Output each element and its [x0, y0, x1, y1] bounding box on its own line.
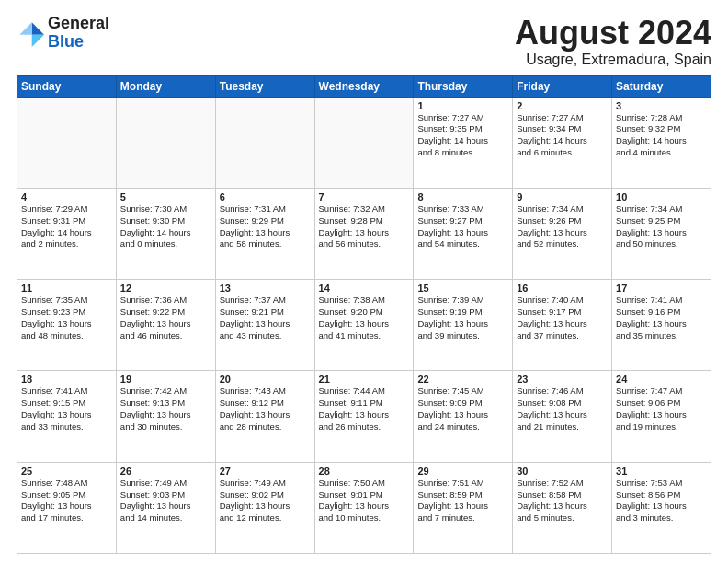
- logo-icon: [17, 19, 44, 47]
- day-info: Sunrise: 7:52 AMSunset: 8:58 PMDaylight:…: [517, 477, 608, 524]
- day-number: 4: [21, 191, 112, 202]
- title-block: August 2024 Usagre, Extremadura, Spain: [515, 15, 711, 68]
- day-number: 20: [220, 373, 311, 385]
- calendar-cell: 24Sunrise: 7:47 AMSunset: 9:06 PMDayligh…: [612, 371, 711, 462]
- calendar-cell: [116, 97, 215, 188]
- day-number: 29: [417, 465, 508, 477]
- day-info: Sunrise: 7:42 AMSunset: 9:13 PMDaylight:…: [120, 385, 211, 432]
- day-info: Sunrise: 7:27 AMSunset: 9:35 PMDaylight:…: [417, 112, 508, 159]
- day-number: 3: [616, 100, 707, 111]
- page: General Blue August 2024 Usagre, Extrema…: [0, 0, 728, 563]
- calendar-cell: 26Sunrise: 7:49 AMSunset: 9:03 PMDayligh…: [116, 462, 215, 553]
- day-info: Sunrise: 7:31 AMSunset: 9:29 PMDaylight:…: [220, 203, 311, 250]
- day-number: 9: [517, 191, 608, 202]
- day-number: 25: [21, 465, 112, 477]
- calendar-cell: 19Sunrise: 7:42 AMSunset: 9:13 PMDayligh…: [116, 371, 215, 462]
- day-number: 11: [21, 282, 112, 293]
- day-number: 21: [319, 373, 410, 385]
- col-header-saturday: Saturday: [612, 75, 711, 97]
- calendar-cell: 23Sunrise: 7:46 AMSunset: 9:08 PMDayligh…: [513, 371, 612, 462]
- day-info: Sunrise: 7:33 AMSunset: 9:27 PMDaylight:…: [417, 203, 508, 250]
- calendar-cell: 2Sunrise: 7:27 AMSunset: 9:34 PMDaylight…: [513, 97, 612, 188]
- day-info: Sunrise: 7:53 AMSunset: 8:56 PMDaylight:…: [616, 477, 707, 524]
- col-header-tuesday: Tuesday: [215, 75, 314, 97]
- day-info: Sunrise: 7:49 AMSunset: 9:02 PMDaylight:…: [220, 477, 311, 524]
- day-number: 2: [517, 100, 608, 111]
- day-info: Sunrise: 7:35 AMSunset: 9:23 PMDaylight:…: [21, 294, 112, 341]
- day-number: 22: [417, 373, 508, 385]
- day-number: 7: [319, 191, 410, 202]
- col-header-friday: Friday: [513, 75, 612, 97]
- day-number: 31: [616, 465, 707, 477]
- calendar-header-row: SundayMondayTuesdayWednesdayThursdayFrid…: [17, 75, 711, 97]
- day-info: Sunrise: 7:30 AMSunset: 9:30 PMDaylight:…: [120, 203, 211, 250]
- calendar-cell: 18Sunrise: 7:41 AMSunset: 9:15 PMDayligh…: [17, 371, 117, 462]
- day-number: 14: [319, 282, 410, 293]
- day-info: Sunrise: 7:46 AMSunset: 9:08 PMDaylight:…: [517, 385, 608, 432]
- calendar-cell: [215, 97, 314, 188]
- header: General Blue August 2024 Usagre, Extrema…: [17, 15, 711, 68]
- calendar-cell: 30Sunrise: 7:52 AMSunset: 8:58 PMDayligh…: [513, 462, 612, 553]
- day-number: 26: [120, 465, 211, 477]
- calendar-cell: 12Sunrise: 7:36 AMSunset: 9:22 PMDayligh…: [116, 280, 215, 371]
- calendar-cell: 4Sunrise: 7:29 AMSunset: 9:31 PMDaylight…: [17, 188, 117, 279]
- day-number: 19: [120, 373, 211, 385]
- logo-general: General: [48, 14, 109, 32]
- calendar-cell: 21Sunrise: 7:44 AMSunset: 9:11 PMDayligh…: [314, 371, 414, 462]
- day-number: 24: [616, 373, 707, 385]
- day-number: 16: [517, 282, 608, 293]
- day-number: 10: [616, 191, 707, 202]
- day-number: 23: [517, 373, 608, 385]
- day-info: Sunrise: 7:34 AMSunset: 9:26 PMDaylight:…: [517, 203, 608, 250]
- day-info: Sunrise: 7:48 AMSunset: 9:05 PMDaylight:…: [21, 477, 112, 524]
- calendar-cell: [17, 97, 117, 188]
- day-info: Sunrise: 7:37 AMSunset: 9:21 PMDaylight:…: [220, 294, 311, 341]
- day-number: 15: [417, 282, 508, 293]
- calendar-cell: 10Sunrise: 7:34 AMSunset: 9:25 PMDayligh…: [612, 188, 711, 279]
- day-number: 5: [120, 191, 211, 202]
- day-number: 13: [220, 282, 311, 293]
- day-info: Sunrise: 7:45 AMSunset: 9:09 PMDaylight:…: [417, 385, 508, 432]
- day-number: 30: [517, 465, 608, 477]
- page-subtitle: Usagre, Extremadura, Spain: [515, 52, 711, 68]
- logo: General Blue: [17, 15, 109, 52]
- day-info: Sunrise: 7:44 AMSunset: 9:11 PMDaylight:…: [319, 385, 410, 432]
- calendar-cell: 13Sunrise: 7:37 AMSunset: 9:21 PMDayligh…: [215, 280, 314, 371]
- calendar-cell: 28Sunrise: 7:50 AMSunset: 9:01 PMDayligh…: [314, 462, 414, 553]
- page-title: August 2024: [515, 15, 711, 52]
- day-info: Sunrise: 7:49 AMSunset: 9:03 PMDaylight:…: [120, 477, 211, 524]
- calendar-cell: 14Sunrise: 7:38 AMSunset: 9:20 PMDayligh…: [314, 280, 414, 371]
- day-info: Sunrise: 7:34 AMSunset: 9:25 PMDaylight:…: [616, 203, 707, 250]
- svg-marker-0: [32, 22, 44, 34]
- day-number: 27: [220, 465, 311, 477]
- calendar-week-2: 11Sunrise: 7:35 AMSunset: 9:23 PMDayligh…: [17, 280, 711, 371]
- col-header-sunday: Sunday: [17, 75, 117, 97]
- day-number: 6: [220, 191, 311, 202]
- calendar-cell: 5Sunrise: 7:30 AMSunset: 9:30 PMDaylight…: [116, 188, 215, 279]
- day-info: Sunrise: 7:41 AMSunset: 9:16 PMDaylight:…: [616, 294, 707, 341]
- calendar-table: SundayMondayTuesdayWednesdayThursdayFrid…: [17, 75, 711, 554]
- day-info: Sunrise: 7:36 AMSunset: 9:22 PMDaylight:…: [120, 294, 211, 341]
- calendar-cell: 9Sunrise: 7:34 AMSunset: 9:26 PMDaylight…: [513, 188, 612, 279]
- svg-marker-2: [19, 22, 31, 34]
- calendar-week-4: 25Sunrise: 7:48 AMSunset: 9:05 PMDayligh…: [17, 462, 711, 553]
- calendar-cell: [314, 97, 414, 188]
- day-info: Sunrise: 7:39 AMSunset: 9:19 PMDaylight:…: [417, 294, 508, 341]
- day-info: Sunrise: 7:40 AMSunset: 9:17 PMDaylight:…: [517, 294, 608, 341]
- day-info: Sunrise: 7:51 AMSunset: 8:59 PMDaylight:…: [417, 477, 508, 524]
- calendar-cell: 3Sunrise: 7:28 AMSunset: 9:32 PMDaylight…: [612, 97, 711, 188]
- day-info: Sunrise: 7:29 AMSunset: 9:31 PMDaylight:…: [21, 203, 112, 250]
- day-number: 18: [21, 373, 112, 385]
- calendar-week-1: 4Sunrise: 7:29 AMSunset: 9:31 PMDaylight…: [17, 188, 711, 279]
- logo-text: General Blue: [48, 15, 109, 52]
- calendar-cell: 20Sunrise: 7:43 AMSunset: 9:12 PMDayligh…: [215, 371, 314, 462]
- logo-blue: Blue: [48, 32, 84, 51]
- calendar-week-0: 1Sunrise: 7:27 AMSunset: 9:35 PMDaylight…: [17, 97, 711, 188]
- day-info: Sunrise: 7:32 AMSunset: 9:28 PMDaylight:…: [319, 203, 410, 250]
- day-number: 8: [417, 191, 508, 202]
- day-number: 28: [319, 465, 410, 477]
- calendar-cell: 15Sunrise: 7:39 AMSunset: 9:19 PMDayligh…: [414, 280, 513, 371]
- calendar-cell: 16Sunrise: 7:40 AMSunset: 9:17 PMDayligh…: [513, 280, 612, 371]
- day-info: Sunrise: 7:47 AMSunset: 9:06 PMDaylight:…: [616, 385, 707, 432]
- day-info: Sunrise: 7:38 AMSunset: 9:20 PMDaylight:…: [319, 294, 410, 341]
